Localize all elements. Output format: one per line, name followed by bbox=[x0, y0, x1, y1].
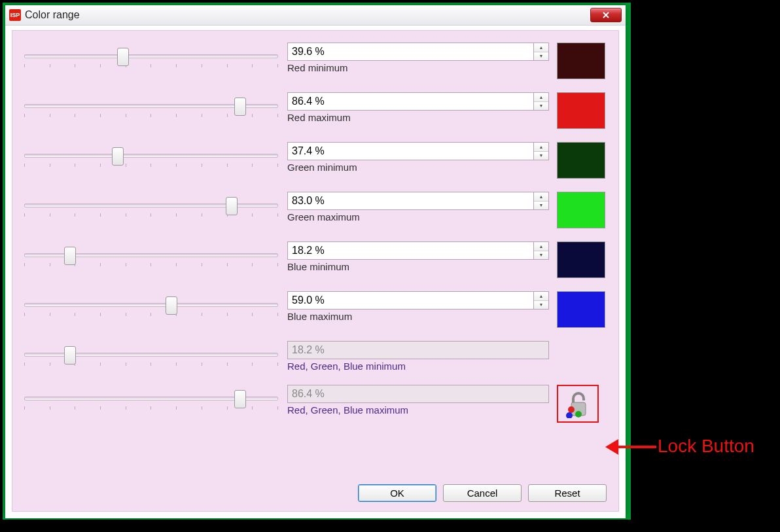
spin-up[interactable]: ▲ bbox=[534, 43, 548, 52]
annotation-arrow-line bbox=[617, 446, 656, 448]
slider-thumb[interactable] bbox=[64, 247, 76, 265]
reset-button[interactable]: Reset bbox=[528, 484, 607, 502]
cancel-button[interactable]: Cancel bbox=[443, 484, 522, 502]
slider-thumb[interactable] bbox=[234, 390, 246, 408]
value-input-rgb-min bbox=[287, 341, 549, 359]
annotation-label: Lock Button bbox=[658, 436, 754, 457]
row-green-min: ▲▼Green minimum bbox=[20, 142, 611, 179]
slider-thumb[interactable] bbox=[112, 147, 124, 166]
svg-point-2 bbox=[575, 411, 582, 417]
spin-down[interactable]: ▼ bbox=[534, 52, 548, 61]
color-range-dialog: ISP Color range ▲▼Red minimum▲▼Red maxim… bbox=[5, 5, 626, 518]
label-rgb-max: Red, Green, Blue maximum bbox=[287, 404, 549, 416]
spin-up[interactable]: ▲ bbox=[534, 242, 548, 251]
value-input-blue-max[interactable] bbox=[287, 291, 533, 310]
slider-thumb[interactable] bbox=[166, 296, 177, 315]
value-input-red-min[interactable] bbox=[287, 43, 533, 61]
swatch-blue-max bbox=[557, 291, 605, 328]
slider-rgb-max[interactable] bbox=[20, 389, 282, 408]
label-green-max: Green maximum bbox=[287, 211, 549, 222]
row-red-min: ▲▼Red minimum bbox=[20, 43, 611, 79]
row-rgb-max: ▲▼Red, Green, Blue maximum bbox=[20, 385, 611, 423]
label-rgb-min: Red, Green, Blue minimum bbox=[287, 361, 549, 372]
svg-point-1 bbox=[568, 406, 575, 413]
slider-thumb[interactable] bbox=[117, 48, 129, 66]
dialog-body: ▲▼Red minimum▲▼Red maximum▲▼Green minimu… bbox=[12, 30, 619, 512]
spin-down[interactable]: ▼ bbox=[534, 202, 548, 210]
slider-thumb[interactable] bbox=[64, 346, 76, 364]
label-blue-min: Blue minimum bbox=[287, 261, 549, 272]
close-icon bbox=[602, 11, 610, 19]
close-button[interactable] bbox=[590, 8, 622, 22]
swatch-red-min bbox=[557, 43, 605, 79]
slider-red-max[interactable] bbox=[20, 96, 282, 116]
spin-up[interactable]: ▲ bbox=[534, 93, 548, 102]
spin-down[interactable]: ▼ bbox=[534, 251, 548, 260]
row-blue-min: ▲▼Blue minimum bbox=[20, 241, 611, 278]
value-input-red-max[interactable] bbox=[287, 92, 533, 111]
row-blue-max: ▲▼Blue maximum bbox=[20, 291, 611, 328]
slider-green-min[interactable] bbox=[20, 146, 282, 166]
label-blue-max: Blue maximum bbox=[287, 311, 549, 322]
ok-button[interactable]: OK bbox=[358, 484, 436, 502]
swatch-green-max bbox=[557, 192, 605, 228]
spin-down[interactable]: ▼ bbox=[534, 102, 548, 111]
value-input-rgb-max bbox=[287, 385, 549, 403]
row-red-max: ▲▼Red maximum bbox=[20, 92, 611, 129]
spin-up[interactable]: ▲ bbox=[534, 192, 548, 202]
lock-icon bbox=[564, 389, 592, 418]
label-red-min: Red minimum bbox=[287, 62, 549, 73]
spin-down[interactable]: ▼ bbox=[534, 152, 548, 160]
swatch-blue-min bbox=[557, 241, 605, 278]
row-rgb-min: ▲▼Red, Green, Blue minimum bbox=[20, 341, 611, 372]
slider-blue-max[interactable] bbox=[20, 295, 282, 315]
lock-button[interactable] bbox=[557, 385, 599, 423]
slider-rgb-min[interactable] bbox=[20, 345, 282, 364]
window-title: Color range bbox=[25, 9, 80, 21]
slider-green-max[interactable] bbox=[20, 196, 282, 215]
label-red-max: Red maximum bbox=[287, 112, 549, 123]
spin-up[interactable]: ▲ bbox=[534, 143, 548, 152]
row-green-max: ▲▼Green maximum bbox=[20, 192, 611, 228]
slider-thumb[interactable] bbox=[226, 197, 238, 215]
spin-down[interactable]: ▼ bbox=[534, 301, 548, 310]
titlebar[interactable]: ISP Color range bbox=[5, 5, 626, 26]
dialog-button-row: OK Cancel Reset bbox=[358, 484, 607, 502]
slider-red-min[interactable] bbox=[20, 46, 282, 66]
value-input-green-min[interactable] bbox=[287, 142, 533, 160]
spin-up[interactable]: ▲ bbox=[534, 292, 548, 301]
app-icon: ISP bbox=[9, 9, 21, 21]
swatch-red-max bbox=[557, 92, 605, 129]
value-input-blue-min[interactable] bbox=[287, 241, 533, 260]
slider-thumb[interactable] bbox=[234, 98, 246, 116]
swatch-green-min bbox=[557, 142, 605, 179]
annotation-arrow-head bbox=[605, 439, 618, 455]
slider-blue-min[interactable] bbox=[20, 245, 282, 265]
label-green-min: Green minimum bbox=[287, 162, 549, 173]
value-input-green-max[interactable] bbox=[287, 192, 533, 210]
